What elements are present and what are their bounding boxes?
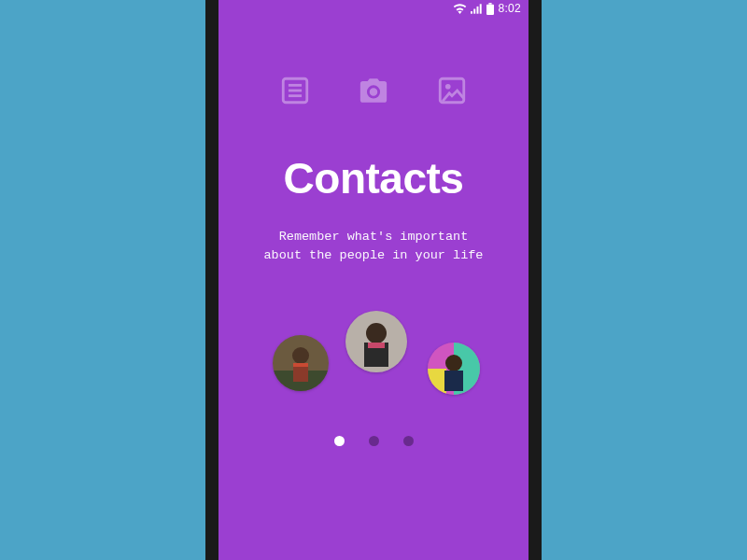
phone-screen: 8:02 Contacts Remember what's important … <box>218 0 529 560</box>
status-clock: 8:02 <box>498 2 521 15</box>
svg-rect-2 <box>477 6 479 13</box>
wifi-icon <box>453 4 467 14</box>
pagination-dots <box>334 436 414 446</box>
svg-rect-1 <box>474 8 476 13</box>
avatar <box>273 335 329 391</box>
svg-rect-23 <box>428 369 446 395</box>
pagination-dot-3[interactable] <box>403 436 414 446</box>
status-bar: 8:02 <box>218 0 529 19</box>
phone-frame: 8:02 Contacts Remember what's important … <box>205 0 542 560</box>
battery-icon <box>486 3 494 15</box>
pagination-dot-1[interactable] <box>334 436 345 446</box>
svg-rect-4 <box>489 3 492 5</box>
svg-rect-0 <box>471 11 472 14</box>
svg-rect-16 <box>293 363 308 367</box>
svg-point-11 <box>445 84 451 90</box>
svg-point-18 <box>366 323 387 343</box>
svg-rect-25 <box>444 371 463 391</box>
image-icon <box>436 75 468 106</box>
avatar <box>345 311 407 372</box>
pagination-dot-2[interactable] <box>369 436 379 446</box>
subtitle-line-1: Remember what's important <box>279 230 469 244</box>
list-icon <box>279 75 311 106</box>
signal-icon <box>471 4 483 14</box>
avatar-cluster <box>252 292 495 413</box>
avatar <box>428 343 480 395</box>
svg-rect-3 <box>480 4 482 13</box>
svg-rect-5 <box>486 4 494 14</box>
onboarding-content[interactable]: Contacts Remember what's important about… <box>218 19 529 560</box>
onboarding-subtitle: Remember what's important about the peop… <box>264 228 484 264</box>
onboarding-title: Contacts <box>284 153 464 203</box>
icon-row <box>279 75 468 106</box>
svg-point-14 <box>292 347 309 364</box>
camera-icon <box>358 75 389 106</box>
subtitle-line-2: about the people in your life <box>264 248 484 262</box>
svg-rect-20 <box>368 343 385 348</box>
svg-point-24 <box>445 355 462 371</box>
